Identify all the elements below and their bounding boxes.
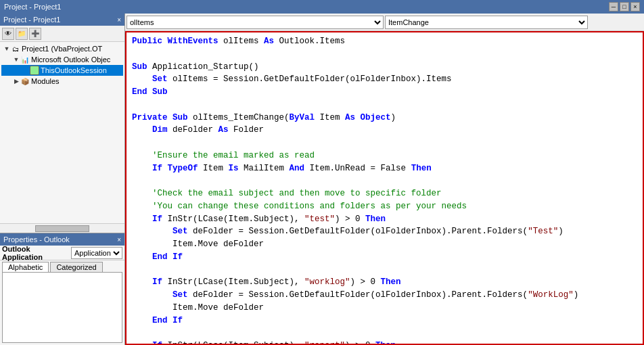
tree-icon-msoutlook: 📊 (20, 55, 30, 64)
project-panel-close[interactable]: × (117, 16, 121, 24)
tree-expand-project1[interactable]: ▼ (3, 45, 11, 53)
tree-item-msoutlook[interactable]: ▼📊Microsoft Outlook Objec (1, 54, 123, 65)
code-line (132, 327, 637, 340)
code-line: Set olItems = Session.GetDefaultFolder(o… (132, 73, 637, 86)
project-panel-title: Project - Project1 × (0, 14, 124, 26)
tree-icon-modules: 📦 (20, 76, 30, 86)
tree-label-project1: Project1 (VbaProject.OT (22, 45, 102, 53)
toolbar-add-button[interactable]: ➕ (29, 28, 41, 40)
object-dropdown[interactable]: olItems (127, 16, 384, 29)
tab-categorized[interactable]: Categorized (50, 262, 102, 272)
maximize-button[interactable]: □ (620, 2, 629, 12)
code-line: Item.Move deFolder (132, 238, 637, 251)
title-bar: Project - Project1 ─ □ × (0, 0, 644, 14)
tree-item-project1[interactable]: ▼🗂Project1 (VbaProject.OT (1, 43, 123, 54)
tree-icon-project1: 🗂 (11, 44, 20, 53)
tree-expand-msoutlook[interactable]: ▼ (12, 55, 20, 64)
code-line (132, 264, 637, 277)
code-line: If InStr(LCase(Item.Subject), "report") … (132, 340, 637, 345)
code-line: End Sub (132, 86, 637, 99)
outlook-label: Outlook Application (2, 245, 69, 261)
code-line: 'You can change these conditions and fol… (132, 200, 637, 213)
code-line: Item.Move deFolder (132, 302, 637, 315)
code-line: Public WithEvents olItems As Outlook.Ite… (132, 35, 637, 48)
code-line (132, 137, 637, 150)
title-bar-text: Project - Project1 (4, 3, 61, 11)
tree-expand-modules[interactable]: ▶ (12, 77, 20, 85)
properties-dropdown-row: Outlook Application Application (0, 246, 124, 260)
code-line: If TypeOf Item Is MailItem And Item.UnRe… (132, 162, 637, 175)
horizontal-scrollbar[interactable] (0, 223, 124, 233)
code-editor[interactable]: Public WithEvents olItems As Outlook.Ite… (125, 31, 644, 345)
code-toolbar: olItems ItemChange (125, 14, 644, 31)
code-line: If InStr(LCase(Item.Subject), "test") > … (132, 213, 637, 226)
code-line: If InStr(LCase(Item.Subject), "worklog")… (132, 276, 637, 289)
code-line: Set deFolder = Session.GetDefaultFolder(… (132, 225, 637, 238)
minimize-button[interactable]: ─ (609, 2, 618, 12)
tab-alphabetic[interactable]: Alphabetic (2, 262, 49, 272)
properties-tabs: Alphabetic Categorized (0, 260, 124, 272)
code-panel: olItems ItemChange Public WithEvents olI… (125, 14, 644, 345)
code-line: Set deFolder = Session.GetDefaultFolder(… (132, 289, 637, 302)
project-toolbar: 👁 📁 ➕ (0, 26, 124, 42)
title-bar-buttons: ─ □ × (609, 2, 640, 12)
left-panel: Project - Project1 × 👁 📁 ➕ ▼🗂Project1 (V… (0, 14, 125, 345)
tree-expand-thisoutlook (22, 66, 30, 74)
procedure-dropdown[interactable]: ItemChange (385, 16, 588, 29)
properties-panel-title: Properties - Outlook × (0, 233, 124, 246)
close-button[interactable]: × (630, 2, 640, 12)
tree-label-modules: Modules (31, 77, 60, 85)
tree-item-thisoutlook[interactable]: ThisOutlookSession (1, 65, 123, 76)
code-line: 'Ensure the email marked as read (132, 150, 637, 162)
project-panel: Project - Project1 × 👁 📁 ➕ ▼🗂Project1 (V… (0, 14, 124, 233)
main-layout: Project - Project1 × 👁 📁 ➕ ▼🗂Project1 (V… (0, 14, 644, 345)
properties-panel: Properties - Outlook × Outlook Applicati… (0, 233, 124, 345)
tree-item-modules[interactable]: ▶📦Modules (1, 76, 123, 87)
properties-panel-label: Properties - Outlook (3, 235, 70, 244)
tree-label-msoutlook: Microsoft Outlook Objec (31, 55, 110, 64)
code-line: End If (132, 315, 637, 327)
properties-panel-close[interactable]: × (117, 236, 121, 244)
code-line: End If (132, 251, 637, 264)
code-line: 'Check the email subject and then move t… (132, 187, 637, 200)
properties-object-dropdown[interactable]: Application (71, 247, 122, 259)
code-line: Private Sub olItems_ItemChange(ByVal Ite… (132, 112, 637, 124)
project-tree: ▼🗂Project1 (VbaProject.OT▼📊Microsoft Out… (0, 42, 124, 223)
code-line (132, 48, 637, 61)
properties-content (2, 272, 122, 343)
code-line: Sub Application_Startup() (132, 61, 637, 74)
project-panel-label: Project - Project1 (3, 16, 60, 24)
tree-icon-thisoutlook (30, 66, 39, 75)
code-line (132, 99, 637, 112)
code-line (132, 175, 637, 187)
scrollbar-thumb[interactable] (35, 225, 89, 232)
toolbar-view-button[interactable]: 👁 (2, 28, 14, 40)
code-line: Dim deFolder As Folder (132, 124, 637, 137)
tree-label-thisoutlook: ThisOutlookSession (41, 66, 107, 74)
toolbar-folder-button[interactable]: 📁 (16, 28, 28, 40)
